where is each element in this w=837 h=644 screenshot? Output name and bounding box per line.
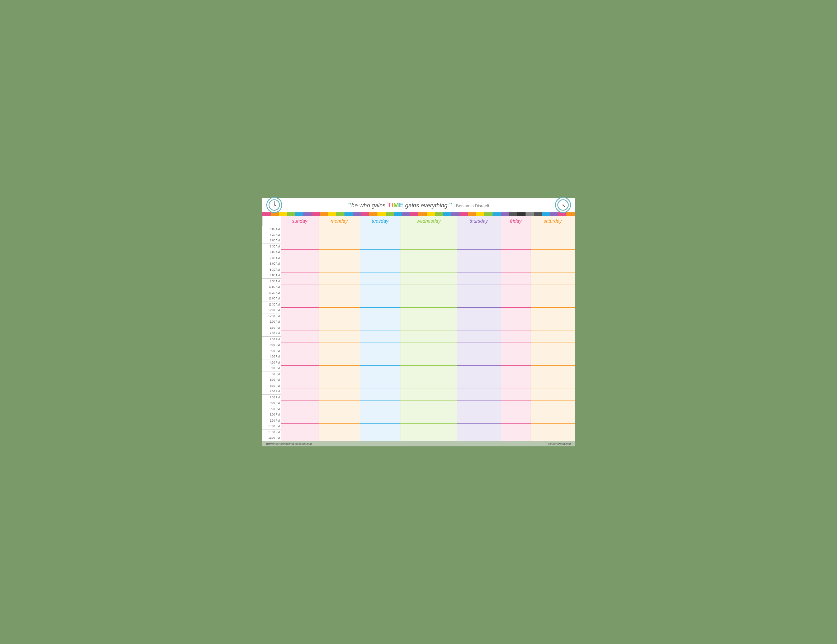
cell-friday[interactable] [501, 418, 530, 423]
cell-sunday[interactable] [281, 313, 318, 319]
cell-wednesday[interactable] [400, 290, 457, 296]
cell-wednesday[interactable] [400, 400, 457, 406]
cell-wednesday[interactable] [400, 354, 457, 360]
cell-monday[interactable] [318, 412, 360, 418]
cell-saturday[interactable] [530, 365, 574, 371]
cell-friday[interactable] [501, 302, 530, 307]
cell-monday[interactable] [318, 377, 360, 383]
cell-friday[interactable] [501, 412, 530, 418]
cell-tuesday[interactable] [360, 429, 400, 435]
cell-monday[interactable] [318, 429, 360, 435]
cell-saturday[interactable] [530, 377, 574, 383]
cell-friday[interactable] [501, 313, 530, 319]
cell-tuesday[interactable] [360, 423, 400, 429]
cell-thursday[interactable] [457, 290, 501, 296]
cell-wednesday[interactable] [400, 360, 457, 365]
cell-friday[interactable] [501, 348, 530, 354]
cell-sunday[interactable] [281, 249, 318, 255]
cell-sunday[interactable] [281, 296, 318, 302]
cell-monday[interactable] [318, 348, 360, 354]
cell-sunday[interactable] [281, 429, 318, 435]
cell-tuesday[interactable] [360, 232, 400, 238]
cell-monday[interactable] [318, 232, 360, 238]
cell-wednesday[interactable] [400, 313, 457, 319]
cell-thursday[interactable] [457, 388, 501, 395]
cell-saturday[interactable] [530, 383, 574, 388]
cell-sunday[interactable] [281, 388, 318, 395]
cell-sunday[interactable] [281, 261, 318, 267]
cell-thursday[interactable] [457, 360, 501, 365]
cell-tuesday[interactable] [360, 342, 400, 348]
cell-thursday[interactable] [457, 383, 501, 388]
cell-tuesday[interactable] [360, 400, 400, 406]
cell-friday[interactable] [501, 406, 530, 412]
cell-friday[interactable] [501, 290, 530, 296]
cell-thursday[interactable] [457, 272, 501, 279]
cell-wednesday[interactable] [400, 284, 457, 290]
cell-wednesday[interactable] [400, 412, 457, 418]
cell-thursday[interactable] [457, 313, 501, 319]
cell-saturday[interactable] [530, 360, 574, 365]
cell-sunday[interactable] [281, 319, 318, 325]
cell-wednesday[interactable] [400, 296, 457, 302]
cell-saturday[interactable] [530, 342, 574, 348]
cell-sunday[interactable] [281, 302, 318, 307]
cell-thursday[interactable] [457, 307, 501, 313]
cell-monday[interactable] [318, 388, 360, 395]
cell-friday[interactable] [501, 272, 530, 279]
cell-monday[interactable] [318, 371, 360, 377]
cell-thursday[interactable] [457, 319, 501, 325]
cell-thursday[interactable] [457, 284, 501, 290]
cell-wednesday[interactable] [400, 342, 457, 348]
cell-saturday[interactable] [530, 412, 574, 418]
cell-wednesday[interactable] [400, 238, 457, 244]
cell-thursday[interactable] [457, 336, 501, 342]
cell-tuesday[interactable] [360, 365, 400, 371]
cell-thursday[interactable] [457, 354, 501, 360]
cell-tuesday[interactable] [360, 255, 400, 261]
cell-monday[interactable] [318, 400, 360, 406]
cell-friday[interactable] [501, 267, 530, 272]
cell-thursday[interactable] [457, 395, 501, 400]
cell-friday[interactable] [501, 249, 530, 255]
cell-wednesday[interactable] [400, 226, 457, 232]
cell-friday[interactable] [501, 244, 530, 249]
cell-tuesday[interactable] [360, 272, 400, 279]
cell-saturday[interactable] [530, 435, 574, 441]
cell-friday[interactable] [501, 307, 530, 313]
cell-friday[interactable] [501, 319, 530, 325]
cell-saturday[interactable] [530, 244, 574, 249]
cell-monday[interactable] [318, 354, 360, 360]
cell-wednesday[interactable] [400, 255, 457, 261]
cell-sunday[interactable] [281, 365, 318, 371]
cell-tuesday[interactable] [360, 313, 400, 319]
cell-thursday[interactable] [457, 412, 501, 418]
cell-saturday[interactable] [530, 307, 574, 313]
cell-sunday[interactable] [281, 284, 318, 290]
cell-tuesday[interactable] [360, 360, 400, 365]
cell-sunday[interactable] [281, 325, 318, 331]
cell-monday[interactable] [318, 272, 360, 279]
cell-thursday[interactable] [457, 226, 501, 232]
cell-monday[interactable] [318, 313, 360, 319]
cell-sunday[interactable] [281, 360, 318, 365]
cell-sunday[interactable] [281, 226, 318, 232]
cell-sunday[interactable] [281, 348, 318, 354]
cell-thursday[interactable] [457, 279, 501, 284]
cell-tuesday[interactable] [360, 336, 400, 342]
cell-tuesday[interactable] [360, 319, 400, 325]
cell-tuesday[interactable] [360, 238, 400, 244]
cell-sunday[interactable] [281, 255, 318, 261]
cell-sunday[interactable] [281, 238, 318, 244]
cell-friday[interactable] [501, 226, 530, 232]
cell-friday[interactable] [501, 296, 530, 302]
cell-thursday[interactable] [457, 400, 501, 406]
cell-saturday[interactable] [530, 302, 574, 307]
cell-saturday[interactable] [530, 249, 574, 255]
cell-wednesday[interactable] [400, 406, 457, 412]
cell-monday[interactable] [318, 302, 360, 307]
cell-saturday[interactable] [530, 296, 574, 302]
cell-wednesday[interactable] [400, 267, 457, 272]
cell-wednesday[interactable] [400, 331, 457, 336]
cell-friday[interactable] [501, 325, 530, 331]
